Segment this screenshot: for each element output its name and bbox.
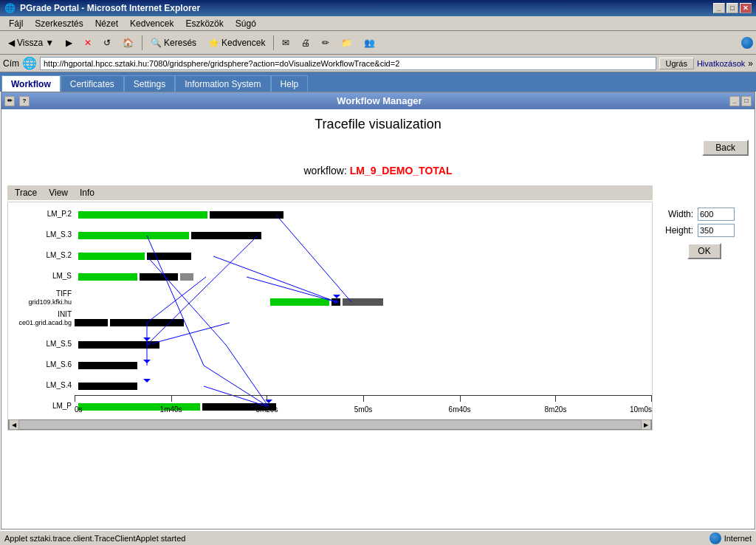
- address-input[interactable]: [40, 57, 656, 70]
- gantt-labels: LM_P.2 LM_S.3 LM_S.2 LM_S TIFF grid109.k…: [8, 202, 75, 430]
- refresh-button[interactable]: ↺: [98, 34, 116, 52]
- go-button[interactable]: Ugrás: [659, 58, 694, 69]
- gantt-label-2: LM_S.2: [47, 251, 72, 260]
- folder-icon: 📁: [341, 38, 352, 48]
- scroll-right-button[interactable]: ▶: [641, 419, 651, 430]
- forward-icon: ▶: [66, 38, 72, 48]
- search-icon: 🔍: [151, 38, 162, 48]
- addressbar: Cím 🌐 Ugrás Hivatkozások »: [0, 55, 756, 72]
- page-content: Tracefile visualization Back workflow: L…: [1, 109, 755, 529]
- menu-edit[interactable]: Szerkesztés: [29, 18, 89, 30]
- stop-button[interactable]: ✕: [79, 34, 97, 52]
- edit-icon: ✏: [322, 38, 329, 48]
- minimize-button[interactable]: _: [713, 3, 725, 13]
- trace-menu: Trace View Info: [7, 185, 653, 200]
- menu-file[interactable]: Fájl: [3, 18, 29, 30]
- horizontal-scrollbar[interactable]: ◀ ▶: [8, 419, 652, 430]
- toolbar: ◀ Vissza ▼ ▶ ✕ ↺ 🏠 🔍 Keresés ⭐ Kedvencek…: [0, 31, 756, 55]
- favorites-button[interactable]: ⭐ Kedvencek: [203, 34, 270, 52]
- panel-header: ✏ ? Workflow Manager _ □: [1, 92, 755, 109]
- panel-maximize-icon[interactable]: □: [741, 96, 752, 106]
- trace-outer: Trace View Info LM_P.2 LM_S.3 LM_S.2 L: [1, 182, 755, 433]
- gantt-label-3: LM_S: [52, 272, 72, 281]
- workflow-prefix: workflow:: [304, 165, 347, 176]
- browser-content: Workflow Certificates Settings Informati…: [0, 72, 756, 530]
- statusbar-right: Internet: [709, 532, 752, 544]
- back-button[interactable]: Back: [702, 140, 749, 156]
- bar-lm-p2-green: [78, 211, 207, 219]
- bar-tiff-green: [270, 298, 329, 306]
- panel-minimize-icon[interactable]: _: [729, 96, 740, 106]
- tick-1: [171, 396, 172, 402]
- bar-lm-p2-black: [210, 211, 284, 219]
- ok-button[interactable]: OK: [687, 243, 721, 259]
- trace-menu-view[interactable]: View: [49, 188, 68, 198]
- axis-label-3: 5m0s: [354, 405, 372, 414]
- search-button[interactable]: 🔍 Keresés: [145, 34, 202, 52]
- bar-lm-s3-green: [78, 232, 189, 239]
- gantt-label-9: LM_P: [52, 402, 72, 411]
- height-input[interactable]: [698, 224, 735, 237]
- gantt-label-1: LM_S.3: [47, 230, 72, 239]
- tick-3: [363, 396, 364, 402]
- close-button[interactable]: ✕: [740, 3, 752, 13]
- window-title: PGrade Portal - Microsoft Internet Explo…: [20, 3, 200, 13]
- main-window: 🌐 PGrade Portal - Microsoft Internet Exp…: [0, 0, 756, 545]
- back-icon: ◀: [8, 38, 15, 48]
- address-dropdown-icon: 🌐: [22, 56, 37, 70]
- print-button[interactable]: 🖨: [296, 34, 315, 52]
- scroll-left-button[interactable]: ◀: [9, 419, 19, 430]
- bar-lm-s3-black: [191, 232, 261, 239]
- gantt-label-0: LM_P.2: [47, 210, 72, 219]
- trace-menu-info[interactable]: Info: [80, 188, 94, 198]
- users-button[interactable]: 👥: [359, 34, 380, 52]
- back-button-row: Back: [1, 137, 755, 159]
- axis-label-1: 1m40s: [160, 405, 182, 414]
- panel-help-icon[interactable]: ?: [19, 96, 30, 106]
- menu-help[interactable]: Súgó: [230, 18, 262, 30]
- stop-icon: ✕: [84, 38, 92, 48]
- address-label: Cím: [3, 58, 19, 69]
- star-icon: ⭐: [208, 38, 219, 48]
- separator-1: [142, 35, 142, 50]
- gantt-label-4a: TIFF: [56, 289, 72, 298]
- home-button[interactable]: 🏠: [117, 34, 139, 52]
- menu-tools[interactable]: Eszközök: [179, 18, 229, 30]
- tab-settings[interactable]: Settings: [124, 75, 175, 92]
- links-label[interactable]: Hivatkozások: [697, 59, 745, 68]
- panel-title: Workflow Manager: [337, 95, 422, 106]
- scroll-track[interactable]: [19, 420, 641, 429]
- height-label: Height:: [660, 225, 693, 236]
- width-input[interactable]: [698, 208, 735, 221]
- refresh-icon: ↺: [103, 38, 111, 48]
- bar-lm-s2-black: [147, 253, 191, 260]
- tick-2: [267, 396, 267, 402]
- bar-tiff-darkgray: [343, 298, 383, 306]
- panel-edit-icon[interactable]: ✏: [4, 96, 15, 106]
- tab-help[interactable]: Help: [271, 75, 309, 92]
- page-title: Tracefile visualization: [1, 109, 755, 137]
- mail-icon: ✉: [282, 38, 289, 48]
- dimensions-panel: Width: Height: OK: [660, 185, 749, 431]
- statusbar-text: Applet sztaki.trace.client.TraceClientAp…: [4, 534, 704, 543]
- bar-lm-s6-black: [78, 362, 137, 369]
- svg-line-10: [147, 256, 226, 345]
- tab-information-system[interactable]: Information System: [175, 75, 270, 92]
- menu-view[interactable]: Nézet: [89, 18, 124, 30]
- forward-button[interactable]: ▶: [61, 34, 78, 52]
- window-controls[interactable]: _ □ ✕: [713, 3, 752, 13]
- edit-button[interactable]: ✏: [317, 34, 334, 52]
- back-button[interactable]: ◀ Vissza ▼: [3, 34, 59, 52]
- maximize-button[interactable]: □: [726, 3, 738, 13]
- menu-favorites[interactable]: Kedvencek: [124, 18, 179, 30]
- trace-left: Trace View Info LM_P.2 LM_S.3 LM_S.2 L: [7, 185, 653, 431]
- users-icon: 👥: [364, 38, 375, 48]
- folder-button[interactable]: 📁: [336, 34, 357, 52]
- svg-line-2: [276, 215, 351, 302]
- tab-certificates[interactable]: Certificates: [61, 75, 124, 92]
- trace-menu-trace[interactable]: Trace: [15, 188, 37, 198]
- gantt-label-5a: INIT: [58, 310, 72, 319]
- tab-workflow[interactable]: Workflow: [1, 75, 61, 92]
- mail-button[interactable]: ✉: [277, 34, 295, 52]
- tick-4: [460, 396, 461, 402]
